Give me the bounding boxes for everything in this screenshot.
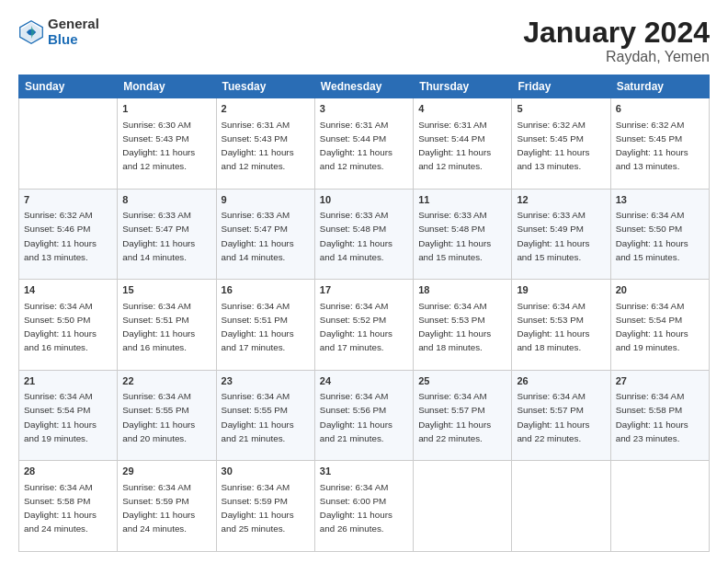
day-info: Sunrise: 6:34 AMSunset: 5:58 PMDaylight:… [616, 391, 688, 443]
day-number: 18 [418, 283, 506, 297]
col-sunday: Sunday [19, 75, 118, 98]
day-number: 28 [24, 465, 112, 478]
logo: General Blue [18, 17, 99, 47]
day-info: Sunrise: 6:34 AMSunset: 5:51 PMDaylight:… [222, 301, 294, 353]
day-info: Sunrise: 6:34 AMSunset: 5:54 PMDaylight:… [616, 301, 688, 353]
col-monday: Monday [118, 75, 216, 98]
day-number: 8 [122, 193, 210, 207]
day-info: Sunrise: 6:34 AMSunset: 5:53 PMDaylight:… [418, 301, 491, 353]
day-info: Sunrise: 6:34 AMSunset: 5:54 PMDaylight:… [24, 391, 97, 443]
day-info: Sunrise: 6:31 AMSunset: 5:44 PMDaylight:… [320, 120, 392, 172]
day-info: Sunrise: 6:34 AMSunset: 5:59 PMDaylight:… [222, 482, 294, 534]
col-friday: Friday [512, 75, 610, 98]
calendar-cell-4-5 [512, 461, 610, 552]
day-info: Sunrise: 6:31 AMSunset: 5:43 PMDaylight:… [222, 120, 294, 172]
day-number: 1 [122, 102, 210, 116]
day-info: Sunrise: 6:33 AMSunset: 5:48 PMDaylight:… [320, 210, 392, 262]
day-info: Sunrise: 6:34 AMSunset: 5:55 PMDaylight:… [222, 391, 294, 443]
calendar-cell-0-6: 6 Sunrise: 6:32 AMSunset: 5:45 PMDayligh… [610, 98, 709, 190]
logo-icon [18, 19, 44, 45]
calendar-cell-2-2: 16 Sunrise: 6:34 AMSunset: 5:51 PMDaylig… [216, 280, 314, 371]
day-number: 29 [122, 465, 210, 478]
day-number: 15 [122, 283, 210, 297]
day-number: 31 [320, 465, 408, 478]
calendar-cell-4-3: 31 Sunrise: 6:34 AMSunset: 6:00 PMDaylig… [314, 461, 413, 552]
calendar-cell-1-5: 12 Sunrise: 6:33 AMSunset: 5:49 PMDaylig… [512, 189, 610, 280]
day-info: Sunrise: 6:34 AMSunset: 5:55 PMDaylight:… [122, 391, 195, 443]
day-number: 22 [122, 374, 210, 388]
day-info: Sunrise: 6:34 AMSunset: 5:51 PMDaylight:… [122, 301, 195, 353]
day-number: 5 [517, 102, 605, 116]
col-tuesday: Tuesday [216, 75, 314, 98]
calendar-cell-2-5: 19 Sunrise: 6:34 AMSunset: 5:53 PMDaylig… [512, 280, 610, 371]
day-info: Sunrise: 6:34 AMSunset: 5:57 PMDaylight:… [418, 391, 491, 443]
main-title: January 2024 [523, 17, 710, 49]
calendar-cell-4-0: 28 Sunrise: 6:34 AMSunset: 5:58 PMDaylig… [19, 461, 118, 552]
calendar-cell-2-1: 15 Sunrise: 6:34 AMSunset: 5:51 PMDaylig… [118, 280, 216, 371]
day-number: 4 [418, 102, 506, 116]
page: General Blue January 2024 Raydah, Yemen … [0, 0, 728, 563]
logo-text: General Blue [48, 17, 99, 47]
calendar-cell-3-2: 23 Sunrise: 6:34 AMSunset: 5:55 PMDaylig… [216, 370, 314, 461]
calendar-cell-3-1: 22 Sunrise: 6:34 AMSunset: 5:55 PMDaylig… [118, 370, 216, 461]
logo-blue: Blue [48, 32, 99, 48]
day-number: 2 [222, 102, 310, 116]
calendar-cell-0-2: 2 Sunrise: 6:31 AMSunset: 5:43 PMDayligh… [216, 98, 314, 190]
day-number: 16 [222, 283, 310, 297]
col-saturday: Saturday [610, 75, 709, 98]
calendar-cell-0-0 [19, 98, 118, 190]
day-number: 11 [418, 193, 506, 207]
day-number: 13 [616, 193, 704, 207]
header: General Blue January 2024 Raydah, Yemen [18, 17, 710, 65]
day-info: Sunrise: 6:34 AMSunset: 5:59 PMDaylight:… [122, 482, 195, 534]
day-info: Sunrise: 6:34 AMSunset: 6:00 PMDaylight:… [320, 482, 392, 534]
week-row-5: 28 Sunrise: 6:34 AMSunset: 5:58 PMDaylig… [19, 461, 710, 552]
day-info: Sunrise: 6:30 AMSunset: 5:43 PMDaylight:… [122, 120, 195, 172]
calendar-cell-4-6 [610, 461, 709, 552]
day-info: Sunrise: 6:33 AMSunset: 5:47 PMDaylight:… [222, 210, 294, 262]
day-number: 14 [24, 283, 112, 297]
logo-general: General [48, 17, 99, 32]
calendar-cell-0-5: 5 Sunrise: 6:32 AMSunset: 5:45 PMDayligh… [512, 98, 610, 190]
day-info: Sunrise: 6:31 AMSunset: 5:44 PMDaylight:… [418, 120, 491, 172]
day-number: 21 [24, 374, 112, 388]
day-number: 6 [616, 102, 704, 116]
day-info: Sunrise: 6:32 AMSunset: 5:45 PMDaylight:… [517, 120, 589, 172]
day-number: 12 [517, 193, 605, 207]
calendar-cell-1-6: 13 Sunrise: 6:34 AMSunset: 5:50 PMDaylig… [610, 189, 709, 280]
day-number: 24 [320, 374, 408, 388]
calendar-cell-3-5: 26 Sunrise: 6:34 AMSunset: 5:57 PMDaylig… [512, 370, 610, 461]
week-row-3: 14 Sunrise: 6:34 AMSunset: 5:50 PMDaylig… [19, 280, 710, 371]
day-number: 10 [320, 193, 408, 207]
calendar-cell-2-0: 14 Sunrise: 6:34 AMSunset: 5:50 PMDaylig… [19, 280, 118, 371]
calendar-cell-3-4: 25 Sunrise: 6:34 AMSunset: 5:57 PMDaylig… [414, 370, 512, 461]
title-block: January 2024 Raydah, Yemen [523, 17, 710, 65]
calendar-cell-4-4 [414, 461, 512, 552]
calendar-cell-1-1: 8 Sunrise: 6:33 AMSunset: 5:47 PMDayligh… [118, 189, 216, 280]
calendar-cell-1-2: 9 Sunrise: 6:33 AMSunset: 5:47 PMDayligh… [216, 189, 314, 280]
day-number: 19 [517, 283, 605, 297]
day-info: Sunrise: 6:32 AMSunset: 5:45 PMDaylight:… [616, 120, 688, 172]
calendar-cell-3-0: 21 Sunrise: 6:34 AMSunset: 5:54 PMDaylig… [19, 370, 118, 461]
day-number: 25 [418, 374, 506, 388]
day-info: Sunrise: 6:34 AMSunset: 5:57 PMDaylight:… [517, 391, 589, 443]
day-info: Sunrise: 6:33 AMSunset: 5:49 PMDaylight:… [517, 210, 589, 262]
calendar-cell-2-4: 18 Sunrise: 6:34 AMSunset: 5:53 PMDaylig… [414, 280, 512, 371]
calendar-cell-0-1: 1 Sunrise: 6:30 AMSunset: 5:43 PMDayligh… [118, 98, 216, 190]
day-number: 27 [616, 374, 704, 388]
day-number: 3 [320, 102, 408, 116]
day-number: 20 [616, 283, 704, 297]
calendar-table: Sunday Monday Tuesday Wednesday Thursday… [18, 75, 710, 552]
day-info: Sunrise: 6:34 AMSunset: 5:58 PMDaylight:… [24, 482, 97, 534]
calendar-cell-1-3: 10 Sunrise: 6:33 AMSunset: 5:48 PMDaylig… [314, 189, 413, 280]
calendar-cell-3-6: 27 Sunrise: 6:34 AMSunset: 5:58 PMDaylig… [610, 370, 709, 461]
day-number: 23 [222, 374, 310, 388]
calendar-cell-1-4: 11 Sunrise: 6:33 AMSunset: 5:48 PMDaylig… [414, 189, 512, 280]
calendar-cell-2-6: 20 Sunrise: 6:34 AMSunset: 5:54 PMDaylig… [610, 280, 709, 371]
week-row-2: 7 Sunrise: 6:32 AMSunset: 5:46 PMDayligh… [19, 189, 710, 280]
day-info: Sunrise: 6:33 AMSunset: 5:48 PMDaylight:… [418, 210, 491, 262]
col-wednesday: Wednesday [314, 75, 413, 98]
day-number: 30 [222, 465, 310, 478]
day-info: Sunrise: 6:34 AMSunset: 5:52 PMDaylight:… [320, 301, 392, 353]
calendar-cell-0-4: 4 Sunrise: 6:31 AMSunset: 5:44 PMDayligh… [414, 98, 512, 190]
